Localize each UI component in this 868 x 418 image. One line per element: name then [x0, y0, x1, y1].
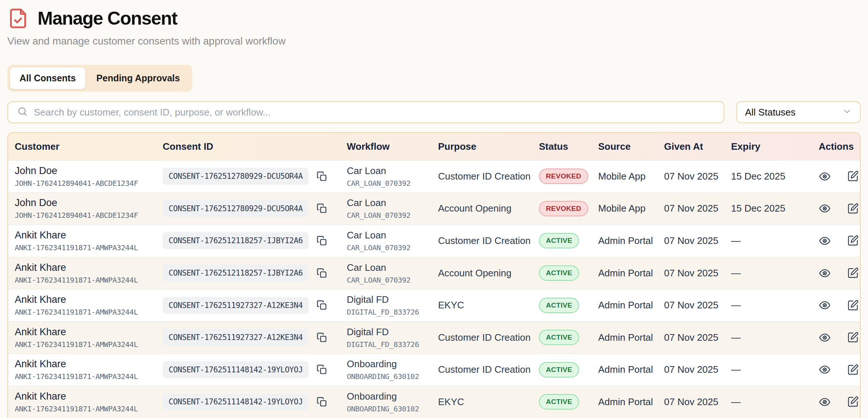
view-icon[interactable] [819, 267, 831, 279]
view-icon[interactable] [819, 299, 831, 311]
col-purpose: Purpose [438, 141, 539, 152]
status-cell: ACTIVE [539, 330, 598, 345]
col-source: Source [598, 141, 664, 152]
consent-id-chip: CONSENT-1762511148142-19YLOYOJ [163, 393, 308, 410]
expiry-cell: — [731, 332, 819, 343]
workflow-code: CAR_LOAN_070392 [347, 243, 438, 252]
col-expiry: Expiry [731, 141, 819, 152]
actions-cell [819, 299, 861, 311]
view-icon[interactable] [819, 332, 831, 344]
given-at-cell: 07 Nov 2025 [664, 203, 731, 214]
given-at-cell: 07 Nov 2025 [664, 332, 731, 343]
purpose-cell: Customer ID Creation [438, 364, 539, 375]
edit-icon[interactable] [847, 332, 859, 344]
copy-icon[interactable] [317, 203, 327, 214]
given-at-cell: 07 Nov 2025 [664, 268, 731, 279]
customer-code: ANKI-1762341191871-AMWPA3244L [15, 308, 163, 316]
table-row: Ankit KhareANKI-1762341191871-AMWPA3244L… [8, 386, 860, 418]
col-actions: Actions [819, 141, 861, 152]
edit-icon[interactable] [847, 267, 859, 279]
tab-bar: All Consents Pending Approvals [7, 65, 192, 92]
view-icon[interactable] [819, 235, 831, 247]
consent-id-chip: CONSENT-1762511148142-19YLOYOJ [163, 361, 308, 378]
manage-consent-page: Manage Consent View and manage customer … [0, 7, 868, 418]
customer-name: Ankit Khare [15, 391, 163, 402]
col-customer: Customer [15, 141, 163, 152]
status-cell: REVOKED [539, 169, 598, 184]
status-filter-dropdown[interactable]: All Statuses [736, 101, 861, 123]
actions-cell [819, 396, 861, 408]
source-cell: Admin Portal [598, 332, 664, 343]
status-cell: ACTIVE [539, 265, 598, 281]
search-input[interactable] [34, 107, 715, 118]
status-badge: ACTIVE [539, 233, 579, 248]
purpose-cell: EKYC [438, 396, 539, 408]
tab-pending-approvals[interactable]: Pending Approvals [87, 67, 190, 89]
expiry-cell: 15 Dec 2025 [731, 171, 819, 182]
customer-code: JOHN-1762412894041-ABCDE1234F [15, 211, 163, 220]
source-cell: Mobile App [598, 171, 664, 182]
workflow-name: Car Loan [347, 197, 438, 209]
expiry-cell: — [731, 300, 819, 311]
consent-id-cell: CONSENT-1762512780929-DCU5OR4A [163, 168, 347, 185]
consent-id-cell: CONSENT-1762511148142-19YLOYOJ [163, 393, 347, 410]
copy-icon[interactable] [317, 235, 327, 246]
edit-icon[interactable] [847, 170, 859, 183]
source-cell: Admin Portal [598, 268, 664, 279]
page-header: Manage Consent [7, 7, 861, 30]
edit-icon[interactable] [847, 202, 859, 215]
given-at-cell: 07 Nov 2025 [664, 171, 731, 182]
edit-icon[interactable] [847, 364, 859, 376]
status-badge: ACTIVE [539, 330, 579, 345]
edit-icon[interactable] [847, 299, 859, 311]
table-row: Ankit KhareANKI-1762341191871-AMWPA3244L… [8, 257, 860, 290]
page-subtitle: View and manage customer consents with a… [7, 35, 861, 47]
status-filter-value: All Statuses [745, 107, 795, 118]
copy-icon[interactable] [317, 300, 327, 311]
workflow-code: ONBOARDING_630102 [347, 372, 438, 381]
purpose-cell: EKYC [438, 300, 539, 311]
copy-icon[interactable] [317, 397, 327, 407]
actions-cell [819, 267, 861, 279]
workflow-cell: OnboardingONBOARDING_630102 [347, 391, 438, 413]
view-icon[interactable] [819, 170, 831, 183]
status-badge: ACTIVE [539, 298, 579, 313]
copy-icon[interactable] [317, 268, 327, 279]
view-icon[interactable] [819, 396, 831, 408]
consent-id-cell: CONSENT-1762512118257-IJBYI2A6 [163, 265, 347, 281]
consent-id-cell: CONSENT-1762512118257-IJBYI2A6 [163, 232, 347, 249]
customer-code: ANKI-1762341191871-AMWPA3244L [15, 372, 163, 381]
customer-cell: Ankit KhareANKI-1762341191871-AMWPA3244L [15, 262, 163, 284]
expiry-cell: 15 Dec 2025 [731, 203, 819, 214]
search-box[interactable] [7, 101, 724, 123]
view-icon[interactable] [819, 202, 831, 215]
copy-icon[interactable] [317, 364, 327, 375]
customer-cell: John DoeJOHN-1762412894041-ABCDE1234F [15, 165, 163, 188]
consent-id-chip: CONSENT-1762511927327-A12KE3N4 [163, 329, 308, 346]
source-cell: Mobile App [598, 203, 664, 214]
view-icon[interactable] [819, 364, 831, 376]
workflow-name: Car Loan [347, 230, 438, 241]
tab-all-consents[interactable]: All Consents [10, 67, 85, 89]
status-badge: ACTIVE [539, 394, 579, 410]
given-at-cell: 07 Nov 2025 [664, 364, 731, 375]
edit-icon[interactable] [847, 396, 859, 408]
workflow-name: Car Loan [347, 262, 438, 273]
status-badge: REVOKED [539, 169, 588, 184]
actions-cell [819, 364, 861, 376]
edit-icon[interactable] [847, 235, 859, 247]
purpose-cell: Account Opening [438, 268, 539, 279]
customer-code: ANKI-1762341191871-AMWPA3244L [15, 404, 163, 413]
actions-cell [819, 235, 861, 247]
customer-name: Ankit Khare [15, 358, 163, 370]
purpose-cell: Customer ID Creation [438, 171, 539, 182]
workflow-name: Onboarding [347, 358, 438, 370]
col-status: Status [539, 141, 598, 152]
workflow-code: CAR_LOAN_070392 [347, 179, 438, 188]
consent-id-chip: CONSENT-1762512780929-DCU5OR4A [163, 200, 308, 217]
copy-icon[interactable] [317, 332, 327, 343]
copy-icon[interactable] [317, 171, 327, 182]
status-cell: ACTIVE [539, 233, 598, 248]
status-badge: ACTIVE [539, 265, 579, 281]
workflow-code: DIGITAL_FD_833726 [347, 308, 438, 316]
